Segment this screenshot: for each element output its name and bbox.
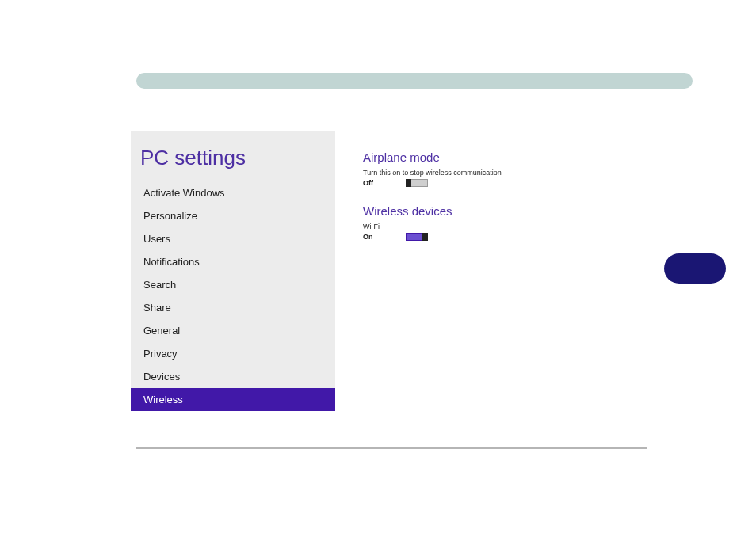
sidebar-item-personalize[interactable]: Personalize [131, 204, 335, 227]
sidebar-item-privacy[interactable]: Privacy [131, 342, 335, 365]
wifi-toggle[interactable] [406, 233, 428, 241]
airplane-mode-title: Airplane mode [363, 150, 601, 164]
settings-sidebar: PC settings Activate Windows Personalize… [131, 131, 335, 398]
sidebar-item-devices[interactable]: Devices [131, 365, 335, 388]
wifi-toggle-row: On [363, 233, 601, 241]
airplane-mode-state-label: Off [363, 179, 406, 187]
sidebar-item-share[interactable]: Share [131, 296, 335, 319]
toggle-knob [422, 233, 428, 241]
top-bar [136, 73, 693, 89]
sidebar-item-notifications[interactable]: Notifications [131, 250, 335, 273]
sidebar-item-activate-windows[interactable]: Activate Windows [131, 181, 335, 204]
wireless-devices-title: Wireless devices [363, 204, 601, 218]
sidebar-item-wireless[interactable]: Wireless [131, 388, 335, 411]
side-button[interactable] [664, 253, 726, 284]
sidebar-item-users[interactable]: Users [131, 227, 335, 250]
airplane-mode-toggle-row: Off [363, 179, 601, 187]
bottom-divider [136, 447, 647, 449]
sidebar-item-general[interactable]: General [131, 319, 335, 342]
airplane-mode-desc: Turn this on to stop wireless communicat… [363, 169, 601, 177]
toggle-knob [406, 179, 411, 187]
wifi-device-label: Wi-Fi [363, 223, 601, 230]
airplane-mode-toggle[interactable] [406, 179, 428, 187]
sidebar-item-search[interactable]: Search [131, 273, 335, 296]
page-title: PC settings [131, 131, 335, 181]
wifi-state-label: On [363, 233, 406, 241]
content-area: Airplane mode Turn this on to stop wirel… [363, 150, 601, 258]
